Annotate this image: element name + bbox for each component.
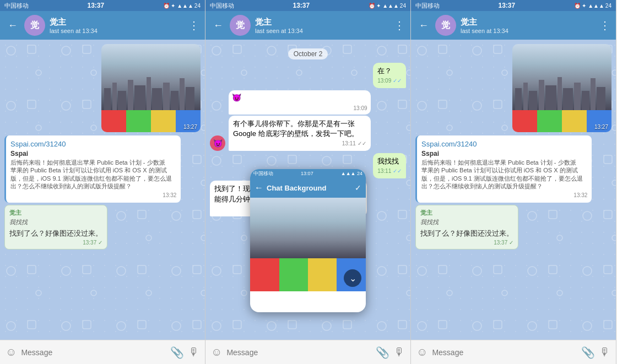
avatar-1: 觉 (24, 15, 45, 36)
panel-1: 中国移动 13:37 ⏰ ✦ ▲▲▲ 24 ← 觉 觉主 last seen a… (0, 0, 205, 364)
quote-time-1: 13:37 ✓ (9, 240, 102, 246)
link-url-1[interactable]: Sspai.com/31240 (10, 140, 176, 148)
more-button-1[interactable]: ⋮ (188, 19, 199, 32)
overlay-header: ← Chat Background ✓ (250, 178, 366, 198)
city-skyline-1 (101, 44, 201, 110)
link-time-1: 13:32 (10, 192, 176, 198)
image-time-3: 13:27 (594, 124, 608, 130)
quote-time-3: 13:37 ✓ (420, 240, 513, 246)
image-container-1: 13:27 (4, 44, 201, 132)
quote-text-3: 找到了么？好像图还没过来。 (420, 229, 513, 238)
panel-3: 中国移动 13:37 ⏰ ✦ ▲▲▲ 24 ← 觉 觉主 last seen a… (411, 0, 616, 364)
chat-header-1: ← 觉 觉主 last seen at 13:34 ⋮ (0, 11, 205, 40)
chat-image-3: 13:27 (512, 44, 611, 132)
contact-name-1: 觉主 (50, 17, 184, 28)
chat-image-1: 13:27 (101, 44, 201, 132)
msg-time-2: 13:11 ✓✓ (233, 140, 366, 148)
overlay-status-bar: 中国移动 13:07 ▲▲▲ 24 (250, 169, 366, 178)
mic-icon-2[interactable]: 🎙 (394, 346, 405, 358)
status-bar-3: 中国移动 13:37 ⏰ ✦ ▲▲▲ 24 (411, 0, 616, 11)
carrier-3: 中国移动 (415, 2, 440, 10)
carrier-2: 中国移动 (210, 2, 234, 10)
back-button-1[interactable]: ← (6, 19, 20, 32)
contact-name-3: 觉主 (461, 17, 595, 28)
input-bar-3: ☺ 📎 🎙 (411, 340, 616, 364)
back-button-3[interactable]: ← (416, 19, 431, 32)
overlay-scroll-btn[interactable]: ⌄ (344, 269, 361, 287)
avatar-2: 觉 (230, 15, 251, 36)
overlay-city (250, 198, 366, 258)
quote-ref-3: 我找找 (420, 218, 513, 226)
carrier-1: 中国移动 (4, 2, 29, 10)
bubble-out-2: 我找找 13:11 ✓✓ (373, 153, 406, 178)
back-button-2[interactable]: ← (211, 19, 225, 32)
contact-name-2: 觉主 (255, 17, 389, 28)
msg-row-in-1: 😈 😈 13:09 有个事儿得你帮下。你那是不是有一张 Google 给底彩字的… (210, 90, 406, 151)
quote-from-1: 觉主 (9, 209, 102, 217)
avatar-3: 觉 (435, 15, 456, 36)
quote-ref-1: 我找找 (9, 218, 102, 226)
link-card-1[interactable]: Sspai.com/31240 Sspai 后悔药来啦！如何彻底退出苹果 Pub… (4, 135, 181, 203)
msg-row-out-1: 在？ 13:09 ✓✓ (210, 63, 406, 88)
quote-from-3: 觉主 (420, 209, 513, 217)
emoji-icon-1[interactable]: ☺ (6, 346, 17, 358)
link-desc-1: 苹果的 Public Beta 计划可以让你试用 iOS 和 OS X 的测试版… (10, 166, 176, 190)
status-bar-1: 中国移动 13:37 ⏰ ✦ ▲▲▲ 24 (0, 0, 205, 11)
chat-background-overlay: 中国移动 13:07 ▲▲▲ 24 ← Chat Background ✓ ⌄ (250, 169, 366, 312)
overlay-check[interactable]: ✓ (355, 183, 361, 192)
image-container-3: 13:27 (415, 44, 611, 132)
overlay-back[interactable]: ← (255, 183, 263, 193)
image-time-1: 13:27 (183, 124, 197, 130)
quote-text-1: 找到了么？好像图还没过来。 (9, 229, 102, 238)
header-info-2: 觉主 last seen at 13:34 (255, 17, 389, 34)
mic-icon-1[interactable]: 🎙 (188, 346, 199, 358)
link-title-3: 后悔药来啦！如何彻底退出苹果 Public Beta 计划 - 少数派 (421, 159, 587, 166)
emoji-icon-3[interactable]: ☺ (416, 346, 427, 358)
bubble-out-1: 在？ 13:09 ✓✓ (373, 63, 406, 88)
chat-body-3: 13:27 Sspai.com/31240 Sspai 后悔药来啦！如何彻底退出… (411, 40, 616, 340)
signal-2: ⏰ ✦ ▲▲▲ 24 (369, 3, 406, 9)
overlay-chat-area: ⌄ (250, 198, 366, 291)
time-1: 13:37 (87, 2, 104, 9)
signal-3: ⏰ ✦ ▲▲▲ 24 (574, 3, 611, 9)
small-avatar-2: 😈 (210, 135, 225, 151)
link-url-3[interactable]: Sspai.com/31240 (421, 140, 587, 148)
header-info-3: 觉主 last seen at 13:34 (461, 17, 595, 34)
chat-body-2: October 2 在？ 13:09 ✓✓ 😈 😈 13:09 有个事儿得你帮下… (205, 40, 410, 340)
link-title-1: 后悔药来啦！如何彻底退出苹果 Public Beta 计划 - 少数派 (10, 159, 176, 166)
msg-time-3: 13:11 ✓✓ (377, 167, 402, 175)
link-card-3[interactable]: Sspai.com/31240 Sspai 后悔药来啦！如何彻底退出苹果 Pub… (415, 135, 592, 203)
bubble-in-1: 有个事儿得你帮下。你那是不是有一张 Google 给底彩字的壁纸，发我一下吧。 … (229, 116, 371, 151)
message-input-3[interactable] (432, 348, 577, 357)
time-2: 13:37 (293, 2, 310, 9)
more-button-2[interactable]: ⋮ (394, 19, 405, 32)
chat-header-2: ← 觉 觉主 last seen at 13:34 ⋮ (205, 11, 410, 40)
chat-header-3: ← 觉 觉主 last seen at 13:34 ⋮ (411, 11, 616, 40)
quote-row-3: 觉主 我找找 找到了么？好像图还没过来。 13:37 ✓ (415, 205, 611, 249)
msg-time-1: 13:09 ✓✓ (377, 77, 402, 85)
more-button-3[interactable]: ⋮ (599, 19, 610, 32)
link-site-1: Sspai (10, 150, 176, 157)
input-bar-1: ☺ 📎 🎙 (0, 340, 205, 364)
message-input-1[interactable] (21, 348, 166, 357)
city-skyline-3 (512, 44, 611, 110)
bubble-emoji: 😈 13:09 (229, 90, 371, 115)
attach-icon-3[interactable]: 📎 (581, 346, 595, 359)
mic-icon-3[interactable]: 🎙 (599, 346, 610, 358)
link-site-3: Sspai (421, 150, 587, 157)
quote-row-1: 觉主 我找找 找到了么？好像图还没过来。 13:37 ✓ (4, 205, 201, 249)
emoji-icon-2[interactable]: ☺ (211, 346, 222, 358)
contact-status-3: last seen at 13:34 (461, 28, 595, 34)
attach-icon-1[interactable]: 📎 (170, 346, 184, 359)
panel-2: 中国移动 13:37 ⏰ ✦ ▲▲▲ 24 ← 觉 觉主 last seen a… (205, 0, 411, 364)
attach-icon-2[interactable]: 📎 (376, 346, 389, 359)
date-label-2: October 2 (210, 48, 406, 58)
message-input-2[interactable] (226, 348, 371, 357)
status-bar-2: 中国移动 13:37 ⏰ ✦ ▲▲▲ 24 (205, 0, 410, 11)
quote-bubble-3: 觉主 我找找 找到了么？好像图还没过来。 13:37 ✓ (415, 205, 518, 249)
link-desc-3: 苹果的 Public Beta 计划可以让你试用 iOS 和 OS X 的测试版… (421, 166, 587, 190)
chat-body-1: 13:27 Sspai.com/31240 Sspai 后悔药来啦！如何彻底退出… (0, 40, 205, 340)
contact-status-1: last seen at 13:34 (50, 28, 184, 34)
overlay-title: Chat Background (267, 184, 351, 192)
header-info-1: 觉主 last seen at 13:34 (50, 17, 184, 34)
